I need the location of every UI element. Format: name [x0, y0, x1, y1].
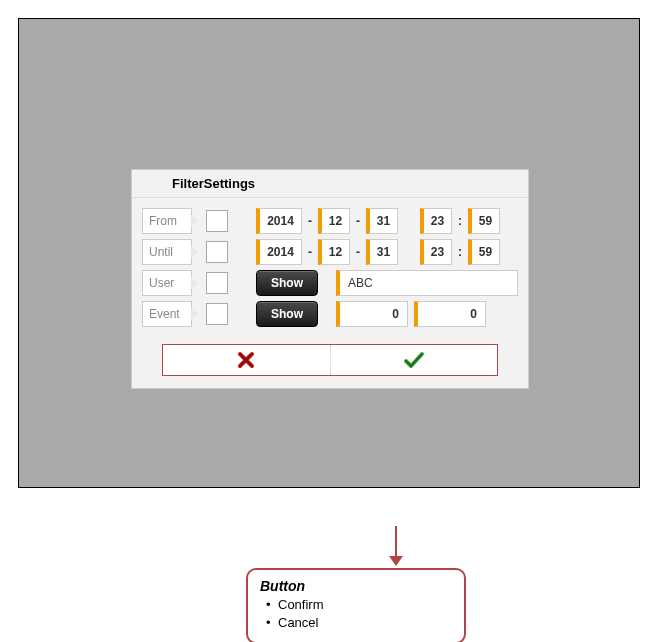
- date-separator: -: [356, 214, 360, 228]
- from-minute-field[interactable]: 59: [468, 208, 500, 234]
- date-separator: -: [308, 214, 312, 228]
- confirm-button[interactable]: [331, 345, 498, 375]
- dialog-body: From 2014 - 12 - 31 23 : 59 Until 2014 -…: [132, 198, 528, 338]
- confirm-icon: [403, 350, 425, 370]
- until-day-field[interactable]: 31: [366, 239, 398, 265]
- event-show-button[interactable]: Show: [256, 301, 318, 327]
- until-minute-field[interactable]: 59: [468, 239, 500, 265]
- dialog-title: FilterSettings: [132, 170, 528, 198]
- until-year-field[interactable]: 2014: [256, 239, 302, 265]
- row-event: Event Show 0 0: [142, 301, 518, 327]
- callout-arrow-icon: [389, 556, 403, 566]
- row-until: Until 2014 - 12 - 31 23 : 59: [142, 239, 518, 265]
- user-label: User: [142, 270, 192, 296]
- filter-settings-dialog: FilterSettings From 2014 - 12 - 31 23 : …: [131, 169, 529, 389]
- until-label: Until: [142, 239, 192, 265]
- event-value2-field[interactable]: 0: [414, 301, 486, 327]
- callout-item: Confirm: [260, 596, 452, 614]
- row-from: From 2014 - 12 - 31 23 : 59: [142, 208, 518, 234]
- event-checkbox[interactable]: [206, 303, 228, 325]
- date-separator: -: [356, 245, 360, 259]
- user-value-field[interactable]: ABC: [336, 270, 518, 296]
- callout-title: Button: [260, 578, 452, 594]
- from-month-field[interactable]: 12: [318, 208, 350, 234]
- callout-item: Cancel: [260, 614, 452, 632]
- outer-frame: FilterSettings From 2014 - 12 - 31 23 : …: [18, 18, 640, 488]
- user-show-button[interactable]: Show: [256, 270, 318, 296]
- event-label: Event: [142, 301, 192, 327]
- cancel-icon: [236, 350, 256, 370]
- cancel-button[interactable]: [163, 345, 330, 375]
- from-hour-field[interactable]: 23: [420, 208, 452, 234]
- time-separator: :: [458, 245, 462, 259]
- from-label: From: [142, 208, 192, 234]
- date-separator: -: [308, 245, 312, 259]
- action-bar: [162, 344, 498, 376]
- until-month-field[interactable]: 12: [318, 239, 350, 265]
- from-year-field[interactable]: 2014: [256, 208, 302, 234]
- callout-box: Button Confirm Cancel: [246, 568, 466, 642]
- callout-connector-line: [395, 526, 397, 558]
- from-day-field[interactable]: 31: [366, 208, 398, 234]
- row-user: User Show ABC: [142, 270, 518, 296]
- until-hour-field[interactable]: 23: [420, 239, 452, 265]
- from-checkbox[interactable]: [206, 210, 228, 232]
- until-checkbox[interactable]: [206, 241, 228, 263]
- event-value1-field[interactable]: 0: [336, 301, 408, 327]
- user-checkbox[interactable]: [206, 272, 228, 294]
- time-separator: :: [458, 214, 462, 228]
